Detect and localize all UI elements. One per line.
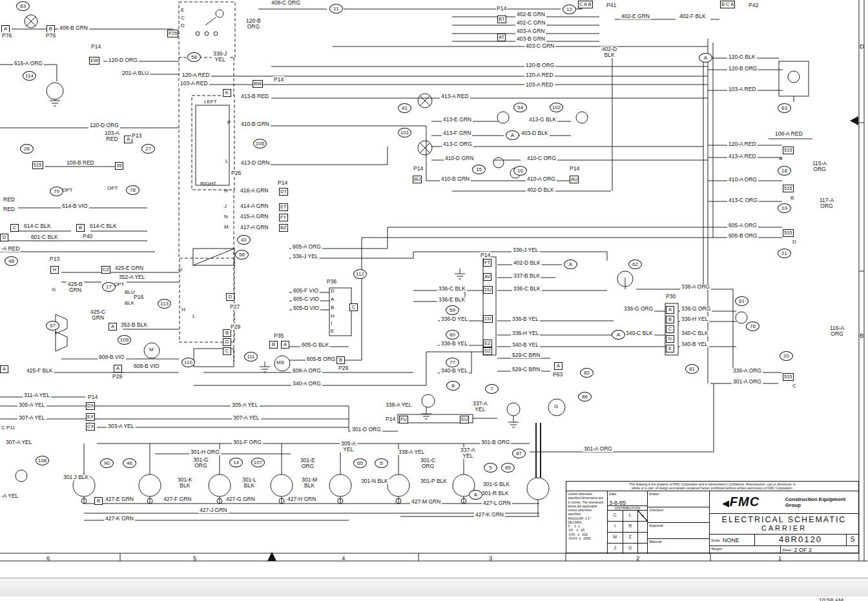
tolerance-xxxx: .XXXX ± .0005 bbox=[568, 536, 606, 540]
text-label: I bbox=[331, 320, 332, 326]
ref-circle: 101 bbox=[398, 128, 411, 138]
wire-label: 403-B GRN bbox=[515, 36, 546, 42]
tolerance-block: Unless otherwise specified dimensions ar… bbox=[566, 491, 608, 554]
wire-label: 608-B VIO bbox=[132, 363, 161, 369]
border-zone-letter: D bbox=[860, 43, 864, 50]
pin-box: EU bbox=[460, 416, 469, 423]
drawing-subtitle: CARRIER bbox=[710, 524, 858, 532]
pin-box: DX bbox=[86, 402, 95, 410]
pin-box: B bbox=[94, 497, 103, 505]
wire-label: 301-K BLK bbox=[176, 477, 194, 489]
ref-circle: 46 bbox=[123, 458, 136, 468]
wire-label: 301-N BLK bbox=[360, 478, 389, 484]
wire-label: 417-A GRN bbox=[239, 225, 269, 230]
text-label: OPT bbox=[114, 281, 124, 287]
text-label: A bbox=[779, 156, 782, 161]
wire-label: 120-D ORG bbox=[107, 57, 139, 63]
pin-box: FY bbox=[279, 214, 288, 221]
taskbar: 10:58 AM bbox=[0, 596, 868, 601]
text-label: G bbox=[52, 287, 56, 292]
pin-box: B bbox=[336, 356, 345, 364]
wire-label: 307-A YEL bbox=[17, 415, 46, 421]
ref-circle: 111 bbox=[244, 352, 258, 362]
pin-box: A bbox=[114, 365, 122, 372]
fmc-logo: ◀FMC bbox=[723, 494, 760, 509]
text-label: G bbox=[178, 267, 182, 272]
ref-circle: 57 bbox=[46, 321, 59, 331]
text-label: M bbox=[149, 347, 154, 352]
wire-label: 201-A BLU bbox=[121, 70, 150, 76]
wire-label: 116-A ORG bbox=[829, 325, 845, 337]
wire-label: 340-B YEL bbox=[440, 368, 469, 374]
wire-label: 605-D VIO bbox=[292, 305, 320, 311]
wire-label: 336-J YEL bbox=[512, 247, 540, 253]
wire-label: 413-D GRN bbox=[240, 160, 271, 166]
connector-label: P36 bbox=[326, 278, 337, 285]
wire-label: 336-H YEL bbox=[511, 331, 540, 336]
wire-label: 427-K GRN bbox=[104, 516, 135, 522]
pin-box: D bbox=[226, 293, 234, 301]
pin-box: AU bbox=[570, 176, 579, 183]
pin-box: CZ bbox=[101, 266, 110, 274]
wire-label: 427-F GRN bbox=[162, 496, 192, 502]
pin-box: C bbox=[349, 303, 358, 311]
wire-label: 336-B YEL bbox=[440, 341, 469, 347]
wire-label: 301-M BLK bbox=[300, 477, 318, 489]
wire-label: 336-A ORG bbox=[732, 368, 763, 374]
wire-label: 340-A ORG bbox=[291, 381, 322, 387]
wire-label: 614-C BLK bbox=[88, 223, 118, 229]
text-label: H bbox=[181, 307, 185, 312]
clock: 10:58 AM bbox=[819, 597, 843, 601]
wire-label: 301-L BLK bbox=[241, 477, 258, 489]
wire-label: 413-A RED bbox=[440, 94, 470, 99]
ref-circle: 60 bbox=[446, 330, 459, 340]
pin-box: BZ bbox=[279, 224, 288, 232]
wire-label: 402-B GRN bbox=[515, 12, 546, 17]
ref-circle: 27 bbox=[141, 144, 155, 154]
wire-label: 336-D YEL bbox=[440, 316, 469, 322]
connector-label: P30 bbox=[665, 293, 676, 300]
border-zone-number: 5 bbox=[193, 555, 196, 562]
wire-label: 301-G ORG bbox=[192, 457, 210, 469]
weight-label: Weight bbox=[711, 547, 779, 551]
wire-label: 305-A YEL bbox=[17, 402, 46, 408]
wire-label: 413-C ORG bbox=[727, 198, 759, 203]
pin-box: DT bbox=[279, 188, 288, 196]
wire-label: 120-A RED bbox=[181, 72, 211, 78]
border-zone-number: 2 bbox=[636, 555, 639, 562]
wire-label: 338-A YEL bbox=[397, 449, 426, 455]
wire-label: 425-E GRN bbox=[114, 265, 145, 271]
wire-label: 120-B ORG bbox=[727, 66, 758, 72]
ref-circle: 110 bbox=[181, 358, 195, 367]
text-label: C P11 bbox=[1, 425, 16, 431]
ref-circle: 90 bbox=[100, 458, 114, 468]
wire-label: 301-H ORG bbox=[189, 449, 221, 455]
ref-circle: 79 bbox=[50, 187, 63, 196]
connector-label: P13 bbox=[131, 132, 142, 139]
pin-box: EW bbox=[89, 57, 99, 65]
text-label: B bbox=[790, 195, 794, 201]
wire-label: 605-A ORG bbox=[727, 223, 758, 229]
connector-label: P41 bbox=[606, 2, 617, 8]
wire-label: 336-C BLK bbox=[512, 286, 542, 292]
ref-circle: 108 bbox=[36, 456, 49, 465]
wire-label: 402-E GRN bbox=[620, 14, 651, 19]
wire-label: 340-C BLK bbox=[625, 331, 654, 336]
pin-box: D bbox=[0, 234, 8, 241]
pin-box: D bbox=[666, 335, 674, 343]
connector-label: P14 bbox=[87, 394, 98, 400]
wire-label: 410-C ORG bbox=[526, 156, 557, 161]
text-label: BLU bbox=[125, 289, 135, 295]
ref-circle: A bbox=[564, 260, 577, 269]
wire-label: 403-C GRN bbox=[524, 43, 555, 49]
pin-box: A bbox=[108, 323, 117, 331]
ref-circle: 41 bbox=[398, 103, 411, 113]
wire-label: 410-D GRN bbox=[444, 156, 475, 161]
ref-circle: 5 bbox=[484, 463, 497, 473]
pin-box: DZ bbox=[483, 347, 492, 355]
ref-circle: 86 bbox=[578, 392, 592, 402]
wire-label: 427-M GRN bbox=[410, 499, 442, 505]
pin-box: AT bbox=[497, 34, 506, 41]
wire-label: 336-A ORG bbox=[680, 284, 711, 290]
scale-value: NONE bbox=[723, 537, 739, 544]
